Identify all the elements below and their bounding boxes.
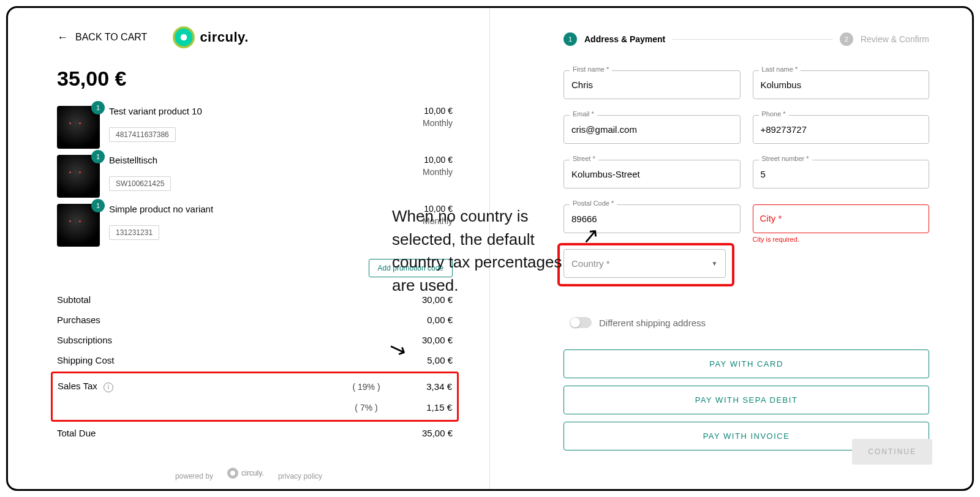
- privacy-policy-link[interactable]: privacy policy: [278, 472, 322, 480]
- email-input[interactable]: [564, 115, 741, 144]
- phone-label: Phone *: [759, 110, 789, 118]
- product-price: 10,00 €: [391, 155, 453, 165]
- chevron-down-icon: ▼: [712, 260, 718, 267]
- annotation-arrow-right-icon: ↗: [581, 223, 600, 248]
- billing-interval: Monthly: [391, 167, 453, 177]
- qty-badge: 1: [91, 199, 105, 212]
- cart-item: 1 Beistelltisch SW100621425 10,00 € Mont…: [57, 155, 453, 198]
- sku-label: SW100621425: [109, 176, 171, 191]
- continue-button[interactable]: CONTINUE: [852, 439, 932, 465]
- qty-badge: 1: [91, 101, 105, 114]
- product-name: Test variant product 10: [109, 106, 382, 116]
- logo-text: circuly.: [200, 29, 248, 45]
- city-input[interactable]: [753, 204, 930, 233]
- street-input[interactable]: [564, 160, 741, 189]
- tax-rate-2: ( 7% ): [336, 403, 397, 413]
- total-due-value: 35,00 €: [398, 428, 453, 438]
- footer: powered by circuly. privacy policy: [8, 468, 489, 480]
- product-thumbnail: 1: [57, 106, 100, 149]
- product-thumbnail: 1: [57, 204, 100, 247]
- qty-badge: 1: [91, 150, 105, 163]
- info-icon[interactable]: i: [104, 383, 113, 392]
- grand-total: 35,00 €: [57, 67, 453, 91]
- subscriptions-label: Subscriptions: [57, 335, 398, 345]
- annotation-text: When no country is selected, the default…: [392, 205, 588, 297]
- pay-card-button[interactable]: PAY WITH CARD: [564, 349, 929, 378]
- different-shipping-toggle[interactable]: [570, 317, 592, 328]
- different-shipping-label: Different shipping address: [599, 318, 706, 328]
- shipping-label: Shipping Cost: [57, 355, 398, 365]
- last-name-input[interactable]: [753, 70, 930, 99]
- subscriptions-value: 30,00 €: [398, 335, 453, 345]
- step-divider: [673, 39, 832, 40]
- tax-value-1: 3,34 €: [397, 381, 452, 392]
- subtotal-label: Subtotal: [57, 294, 398, 305]
- sku-label: 131231231: [109, 225, 159, 240]
- billing-interval: Monthly: [391, 118, 453, 128]
- checkout-steps: 1 Address & Payment 2 Review & Confirm: [564, 32, 929, 46]
- brand-logo: circuly.: [173, 26, 248, 48]
- phone-input[interactable]: [753, 115, 930, 144]
- back-arrow-icon[interactable]: ←: [57, 31, 68, 44]
- cart-item: 1 Test variant product 10 4817411637386 …: [57, 106, 453, 149]
- step-2-badge: 2: [840, 32, 853, 46]
- sku-label: 4817411637386: [109, 127, 176, 142]
- product-thumbnail: 1: [57, 155, 100, 198]
- sales-tax-label: Sales Tax i: [58, 381, 336, 392]
- tax-value-2: 1,15 €: [397, 402, 452, 413]
- pay-sepa-button[interactable]: PAY WITH SEPA DEBIT: [564, 386, 929, 414]
- city-error-msg: City is required.: [753, 236, 799, 243]
- sales-tax-highlight: Sales Tax i ( 19% ) 3,34 € ( 7% ) 1,15 €: [51, 372, 459, 422]
- first-name-input[interactable]: [564, 70, 741, 99]
- purchases-label: Purchases: [57, 315, 398, 325]
- step-1-label: Address & Payment: [584, 34, 665, 44]
- product-name: Simple product no variant: [109, 204, 382, 214]
- tax-rate-1: ( 19% ): [336, 382, 397, 392]
- first-name-label: First name *: [570, 65, 612, 73]
- street-no-input[interactable]: [753, 160, 930, 189]
- step-1-badge: 1: [564, 32, 577, 46]
- step-2-label: Review & Confirm: [861, 34, 929, 44]
- purchases-value: 0,00 €: [398, 315, 453, 325]
- footer-logo: circuly.: [227, 468, 263, 479]
- summary-table: Subtotal 30,00 € Purchases 0,00 € Subscr…: [57, 290, 453, 443]
- product-price: 10,00 €: [391, 106, 453, 116]
- street-label: Street *: [570, 155, 598, 162]
- street-no-label: Street number *: [759, 155, 812, 162]
- powered-by-text: powered by: [175, 472, 213, 480]
- logo-icon: [173, 26, 195, 48]
- last-name-label: Last name *: [759, 65, 801, 73]
- product-name: Beistelltisch: [109, 155, 382, 165]
- back-to-cart-link[interactable]: BACK TO CART: [75, 32, 147, 43]
- footer-logo-icon: [227, 468, 238, 479]
- total-due-label: Total Due: [57, 428, 398, 438]
- email-label: Email *: [570, 110, 597, 118]
